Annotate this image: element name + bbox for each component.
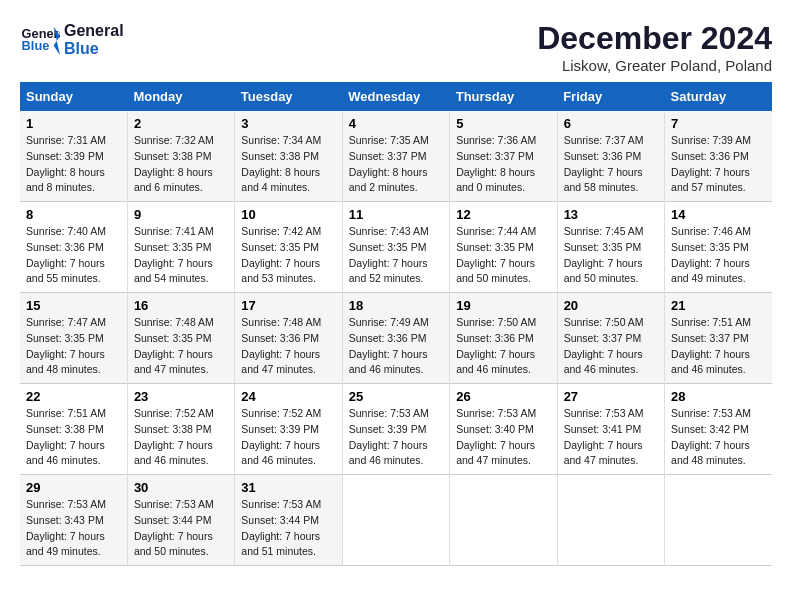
day-number: 15: [26, 298, 121, 313]
calendar-cell: 7Sunrise: 7:39 AMSunset: 3:36 PMDaylight…: [665, 111, 772, 202]
day-number: 8: [26, 207, 121, 222]
day-info: Sunrise: 7:39 AMSunset: 3:36 PMDaylight:…: [671, 133, 766, 196]
logo-line2: Blue: [64, 40, 124, 58]
day-info: Sunrise: 7:36 AMSunset: 3:37 PMDaylight:…: [456, 133, 550, 196]
day-number: 17: [241, 298, 335, 313]
header-day-saturday: Saturday: [665, 82, 772, 111]
day-number: 22: [26, 389, 121, 404]
day-number: 5: [456, 116, 550, 131]
calendar-cell: [665, 475, 772, 566]
calendar-cell: 6Sunrise: 7:37 AMSunset: 3:36 PMDaylight…: [557, 111, 664, 202]
day-number: 25: [349, 389, 443, 404]
logo-icon: General Blue: [20, 20, 60, 60]
calendar-cell: [342, 475, 449, 566]
calendar-cell: 13Sunrise: 7:45 AMSunset: 3:35 PMDayligh…: [557, 202, 664, 293]
calendar-cell: 16Sunrise: 7:48 AMSunset: 3:35 PMDayligh…: [127, 293, 234, 384]
day-number: 7: [671, 116, 766, 131]
day-number: 13: [564, 207, 658, 222]
day-info: Sunrise: 7:52 AMSunset: 3:38 PMDaylight:…: [134, 406, 228, 469]
day-number: 28: [671, 389, 766, 404]
day-number: 19: [456, 298, 550, 313]
day-info: Sunrise: 7:50 AMSunset: 3:36 PMDaylight:…: [456, 315, 550, 378]
day-number: 21: [671, 298, 766, 313]
calendar-cell: 15Sunrise: 7:47 AMSunset: 3:35 PMDayligh…: [20, 293, 127, 384]
day-info: Sunrise: 7:42 AMSunset: 3:35 PMDaylight:…: [241, 224, 335, 287]
week-row-1: 1Sunrise: 7:31 AMSunset: 3:39 PMDaylight…: [20, 111, 772, 202]
day-info: Sunrise: 7:53 AMSunset: 3:40 PMDaylight:…: [456, 406, 550, 469]
day-info: Sunrise: 7:48 AMSunset: 3:35 PMDaylight:…: [134, 315, 228, 378]
calendar-cell: 29Sunrise: 7:53 AMSunset: 3:43 PMDayligh…: [20, 475, 127, 566]
day-info: Sunrise: 7:46 AMSunset: 3:35 PMDaylight:…: [671, 224, 766, 287]
day-number: 9: [134, 207, 228, 222]
day-number: 27: [564, 389, 658, 404]
calendar-cell: 4Sunrise: 7:35 AMSunset: 3:37 PMDaylight…: [342, 111, 449, 202]
header-day-tuesday: Tuesday: [235, 82, 342, 111]
day-info: Sunrise: 7:41 AMSunset: 3:35 PMDaylight:…: [134, 224, 228, 287]
header-row: SundayMondayTuesdayWednesdayThursdayFrid…: [20, 82, 772, 111]
day-number: 4: [349, 116, 443, 131]
day-info: Sunrise: 7:53 AMSunset: 3:43 PMDaylight:…: [26, 497, 121, 560]
calendar-cell: 11Sunrise: 7:43 AMSunset: 3:35 PMDayligh…: [342, 202, 449, 293]
day-info: Sunrise: 7:34 AMSunset: 3:38 PMDaylight:…: [241, 133, 335, 196]
day-number: 30: [134, 480, 228, 495]
calendar-cell: 26Sunrise: 7:53 AMSunset: 3:40 PMDayligh…: [450, 384, 557, 475]
calendar-cell: 23Sunrise: 7:52 AMSunset: 3:38 PMDayligh…: [127, 384, 234, 475]
day-info: Sunrise: 7:52 AMSunset: 3:39 PMDaylight:…: [241, 406, 335, 469]
calendar-table: SundayMondayTuesdayWednesdayThursdayFrid…: [20, 82, 772, 566]
week-row-3: 15Sunrise: 7:47 AMSunset: 3:35 PMDayligh…: [20, 293, 772, 384]
calendar-cell: 19Sunrise: 7:50 AMSunset: 3:36 PMDayligh…: [450, 293, 557, 384]
calendar-cell: 21Sunrise: 7:51 AMSunset: 3:37 PMDayligh…: [665, 293, 772, 384]
calendar-cell: 10Sunrise: 7:42 AMSunset: 3:35 PMDayligh…: [235, 202, 342, 293]
week-row-5: 29Sunrise: 7:53 AMSunset: 3:43 PMDayligh…: [20, 475, 772, 566]
day-number: 2: [134, 116, 228, 131]
day-info: Sunrise: 7:51 AMSunset: 3:37 PMDaylight:…: [671, 315, 766, 378]
header-day-thursday: Thursday: [450, 82, 557, 111]
day-number: 1: [26, 116, 121, 131]
day-info: Sunrise: 7:50 AMSunset: 3:37 PMDaylight:…: [564, 315, 658, 378]
calendar-cell: 27Sunrise: 7:53 AMSunset: 3:41 PMDayligh…: [557, 384, 664, 475]
title-area: December 2024 Liskow, Greater Poland, Po…: [537, 20, 772, 74]
main-title: December 2024: [537, 20, 772, 57]
calendar-cell: 20Sunrise: 7:50 AMSunset: 3:37 PMDayligh…: [557, 293, 664, 384]
day-number: 16: [134, 298, 228, 313]
header-day-sunday: Sunday: [20, 82, 127, 111]
calendar-cell: 24Sunrise: 7:52 AMSunset: 3:39 PMDayligh…: [235, 384, 342, 475]
day-number: 20: [564, 298, 658, 313]
day-info: Sunrise: 7:32 AMSunset: 3:38 PMDaylight:…: [134, 133, 228, 196]
week-row-2: 8Sunrise: 7:40 AMSunset: 3:36 PMDaylight…: [20, 202, 772, 293]
calendar-cell: 1Sunrise: 7:31 AMSunset: 3:39 PMDaylight…: [20, 111, 127, 202]
day-info: Sunrise: 7:49 AMSunset: 3:36 PMDaylight:…: [349, 315, 443, 378]
day-info: Sunrise: 7:53 AMSunset: 3:41 PMDaylight:…: [564, 406, 658, 469]
week-row-4: 22Sunrise: 7:51 AMSunset: 3:38 PMDayligh…: [20, 384, 772, 475]
calendar-cell: [557, 475, 664, 566]
calendar-cell: 3Sunrise: 7:34 AMSunset: 3:38 PMDaylight…: [235, 111, 342, 202]
calendar-cell: 2Sunrise: 7:32 AMSunset: 3:38 PMDaylight…: [127, 111, 234, 202]
day-info: Sunrise: 7:45 AMSunset: 3:35 PMDaylight:…: [564, 224, 658, 287]
day-number: 23: [134, 389, 228, 404]
day-number: 24: [241, 389, 335, 404]
day-number: 10: [241, 207, 335, 222]
day-info: Sunrise: 7:53 AMSunset: 3:44 PMDaylight:…: [241, 497, 335, 560]
calendar-cell: 25Sunrise: 7:53 AMSunset: 3:39 PMDayligh…: [342, 384, 449, 475]
calendar-cell: 14Sunrise: 7:46 AMSunset: 3:35 PMDayligh…: [665, 202, 772, 293]
day-number: 3: [241, 116, 335, 131]
calendar-cell: 18Sunrise: 7:49 AMSunset: 3:36 PMDayligh…: [342, 293, 449, 384]
header-day-monday: Monday: [127, 82, 234, 111]
svg-text:Blue: Blue: [22, 38, 50, 53]
day-info: Sunrise: 7:35 AMSunset: 3:37 PMDaylight:…: [349, 133, 443, 196]
day-number: 18: [349, 298, 443, 313]
day-info: Sunrise: 7:47 AMSunset: 3:35 PMDaylight:…: [26, 315, 121, 378]
subtitle: Liskow, Greater Poland, Poland: [537, 57, 772, 74]
header-day-wednesday: Wednesday: [342, 82, 449, 111]
day-info: Sunrise: 7:53 AMSunset: 3:42 PMDaylight:…: [671, 406, 766, 469]
day-info: Sunrise: 7:43 AMSunset: 3:35 PMDaylight:…: [349, 224, 443, 287]
day-number: 29: [26, 480, 121, 495]
day-number: 11: [349, 207, 443, 222]
day-info: Sunrise: 7:44 AMSunset: 3:35 PMDaylight:…: [456, 224, 550, 287]
calendar-cell: 12Sunrise: 7:44 AMSunset: 3:35 PMDayligh…: [450, 202, 557, 293]
calendar-cell: 28Sunrise: 7:53 AMSunset: 3:42 PMDayligh…: [665, 384, 772, 475]
day-number: 26: [456, 389, 550, 404]
day-info: Sunrise: 7:51 AMSunset: 3:38 PMDaylight:…: [26, 406, 121, 469]
header-day-friday: Friday: [557, 82, 664, 111]
day-number: 6: [564, 116, 658, 131]
